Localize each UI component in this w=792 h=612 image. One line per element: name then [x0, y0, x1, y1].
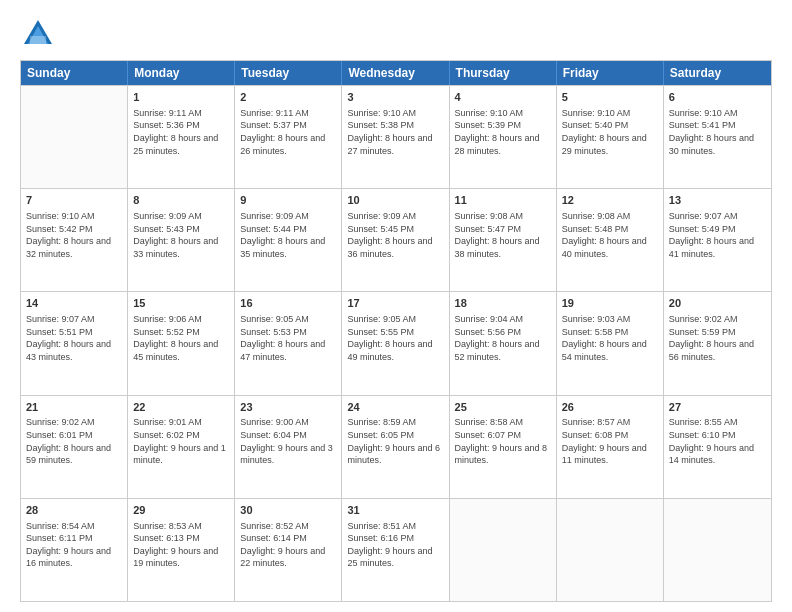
day-info: Sunrise: 9:01 AMSunset: 6:02 PMDaylight:… — [133, 416, 229, 466]
calendar-week-2: 7Sunrise: 9:10 AMSunset: 5:42 PMDaylight… — [21, 188, 771, 291]
day-number: 28 — [26, 503, 122, 518]
day-info: Sunrise: 8:54 AMSunset: 6:11 PMDaylight:… — [26, 520, 122, 570]
day-info: Sunrise: 8:55 AMSunset: 6:10 PMDaylight:… — [669, 416, 766, 466]
calendar-header-wednesday: Wednesday — [342, 61, 449, 85]
day-info: Sunrise: 8:51 AMSunset: 6:16 PMDaylight:… — [347, 520, 443, 570]
logo-icon — [20, 16, 56, 52]
calendar-day-28: 28Sunrise: 8:54 AMSunset: 6:11 PMDayligh… — [21, 499, 128, 601]
day-number: 19 — [562, 296, 658, 311]
day-number: 17 — [347, 296, 443, 311]
day-info: Sunrise: 9:00 AMSunset: 6:04 PMDaylight:… — [240, 416, 336, 466]
calendar-day-14: 14Sunrise: 9:07 AMSunset: 5:51 PMDayligh… — [21, 292, 128, 394]
day-number: 5 — [562, 90, 658, 105]
calendar-day-7: 7Sunrise: 9:10 AMSunset: 5:42 PMDaylight… — [21, 189, 128, 291]
calendar-week-4: 21Sunrise: 9:02 AMSunset: 6:01 PMDayligh… — [21, 395, 771, 498]
day-number: 25 — [455, 400, 551, 415]
day-number: 23 — [240, 400, 336, 415]
day-info: Sunrise: 9:08 AMSunset: 5:48 PMDaylight:… — [562, 210, 658, 260]
calendar-body: 1Sunrise: 9:11 AMSunset: 5:36 PMDaylight… — [21, 85, 771, 601]
day-number: 24 — [347, 400, 443, 415]
day-number: 21 — [26, 400, 122, 415]
calendar-day-20: 20Sunrise: 9:02 AMSunset: 5:59 PMDayligh… — [664, 292, 771, 394]
calendar-day-16: 16Sunrise: 9:05 AMSunset: 5:53 PMDayligh… — [235, 292, 342, 394]
calendar-day-18: 18Sunrise: 9:04 AMSunset: 5:56 PMDayligh… — [450, 292, 557, 394]
calendar-day-empty-4-6 — [664, 499, 771, 601]
svg-rect-2 — [30, 36, 46, 44]
calendar-day-24: 24Sunrise: 8:59 AMSunset: 6:05 PMDayligh… — [342, 396, 449, 498]
day-info: Sunrise: 8:59 AMSunset: 6:05 PMDaylight:… — [347, 416, 443, 466]
calendar-day-31: 31Sunrise: 8:51 AMSunset: 6:16 PMDayligh… — [342, 499, 449, 601]
day-info: Sunrise: 9:02 AMSunset: 6:01 PMDaylight:… — [26, 416, 122, 466]
calendar-week-5: 28Sunrise: 8:54 AMSunset: 6:11 PMDayligh… — [21, 498, 771, 601]
day-info: Sunrise: 9:10 AMSunset: 5:39 PMDaylight:… — [455, 107, 551, 157]
day-number: 16 — [240, 296, 336, 311]
calendar-day-21: 21Sunrise: 9:02 AMSunset: 6:01 PMDayligh… — [21, 396, 128, 498]
day-info: Sunrise: 9:11 AMSunset: 5:37 PMDaylight:… — [240, 107, 336, 157]
day-number: 7 — [26, 193, 122, 208]
calendar-day-15: 15Sunrise: 9:06 AMSunset: 5:52 PMDayligh… — [128, 292, 235, 394]
page: SundayMondayTuesdayWednesdayThursdayFrid… — [0, 0, 792, 612]
calendar-day-27: 27Sunrise: 8:55 AMSunset: 6:10 PMDayligh… — [664, 396, 771, 498]
calendar-day-5: 5Sunrise: 9:10 AMSunset: 5:40 PMDaylight… — [557, 86, 664, 188]
day-info: Sunrise: 9:11 AMSunset: 5:36 PMDaylight:… — [133, 107, 229, 157]
calendar-week-3: 14Sunrise: 9:07 AMSunset: 5:51 PMDayligh… — [21, 291, 771, 394]
calendar-day-empty-4-5 — [557, 499, 664, 601]
day-info: Sunrise: 9:07 AMSunset: 5:51 PMDaylight:… — [26, 313, 122, 363]
day-number: 11 — [455, 193, 551, 208]
day-info: Sunrise: 8:53 AMSunset: 6:13 PMDaylight:… — [133, 520, 229, 570]
day-number: 29 — [133, 503, 229, 518]
day-info: Sunrise: 8:52 AMSunset: 6:14 PMDaylight:… — [240, 520, 336, 570]
day-info: Sunrise: 9:10 AMSunset: 5:40 PMDaylight:… — [562, 107, 658, 157]
calendar-day-11: 11Sunrise: 9:08 AMSunset: 5:47 PMDayligh… — [450, 189, 557, 291]
calendar-day-17: 17Sunrise: 9:05 AMSunset: 5:55 PMDayligh… — [342, 292, 449, 394]
day-number: 12 — [562, 193, 658, 208]
day-info: Sunrise: 9:02 AMSunset: 5:59 PMDaylight:… — [669, 313, 766, 363]
calendar-week-1: 1Sunrise: 9:11 AMSunset: 5:36 PMDaylight… — [21, 85, 771, 188]
header — [20, 16, 772, 52]
day-info: Sunrise: 9:10 AMSunset: 5:41 PMDaylight:… — [669, 107, 766, 157]
day-info: Sunrise: 8:58 AMSunset: 6:07 PMDaylight:… — [455, 416, 551, 466]
calendar-day-4: 4Sunrise: 9:10 AMSunset: 5:39 PMDaylight… — [450, 86, 557, 188]
calendar-day-25: 25Sunrise: 8:58 AMSunset: 6:07 PMDayligh… — [450, 396, 557, 498]
day-number: 8 — [133, 193, 229, 208]
calendar-day-19: 19Sunrise: 9:03 AMSunset: 5:58 PMDayligh… — [557, 292, 664, 394]
calendar-day-6: 6Sunrise: 9:10 AMSunset: 5:41 PMDaylight… — [664, 86, 771, 188]
day-number: 4 — [455, 90, 551, 105]
day-info: Sunrise: 9:05 AMSunset: 5:53 PMDaylight:… — [240, 313, 336, 363]
calendar-day-empty-0-0 — [21, 86, 128, 188]
day-number: 6 — [669, 90, 766, 105]
calendar-header-thursday: Thursday — [450, 61, 557, 85]
day-number: 27 — [669, 400, 766, 415]
calendar-day-1: 1Sunrise: 9:11 AMSunset: 5:36 PMDaylight… — [128, 86, 235, 188]
day-number: 13 — [669, 193, 766, 208]
day-number: 15 — [133, 296, 229, 311]
day-info: Sunrise: 9:05 AMSunset: 5:55 PMDaylight:… — [347, 313, 443, 363]
day-number: 22 — [133, 400, 229, 415]
day-info: Sunrise: 9:10 AMSunset: 5:38 PMDaylight:… — [347, 107, 443, 157]
calendar-day-13: 13Sunrise: 9:07 AMSunset: 5:49 PMDayligh… — [664, 189, 771, 291]
day-info: Sunrise: 8:57 AMSunset: 6:08 PMDaylight:… — [562, 416, 658, 466]
day-number: 26 — [562, 400, 658, 415]
calendar-day-12: 12Sunrise: 9:08 AMSunset: 5:48 PMDayligh… — [557, 189, 664, 291]
calendar-day-30: 30Sunrise: 8:52 AMSunset: 6:14 PMDayligh… — [235, 499, 342, 601]
calendar-day-2: 2Sunrise: 9:11 AMSunset: 5:37 PMDaylight… — [235, 86, 342, 188]
calendar-day-3: 3Sunrise: 9:10 AMSunset: 5:38 PMDaylight… — [342, 86, 449, 188]
calendar-day-22: 22Sunrise: 9:01 AMSunset: 6:02 PMDayligh… — [128, 396, 235, 498]
calendar-day-9: 9Sunrise: 9:09 AMSunset: 5:44 PMDaylight… — [235, 189, 342, 291]
day-info: Sunrise: 9:10 AMSunset: 5:42 PMDaylight:… — [26, 210, 122, 260]
day-info: Sunrise: 9:09 AMSunset: 5:45 PMDaylight:… — [347, 210, 443, 260]
day-number: 31 — [347, 503, 443, 518]
calendar-header: SundayMondayTuesdayWednesdayThursdayFrid… — [21, 61, 771, 85]
calendar-header-monday: Monday — [128, 61, 235, 85]
day-info: Sunrise: 9:09 AMSunset: 5:43 PMDaylight:… — [133, 210, 229, 260]
day-number: 3 — [347, 90, 443, 105]
logo — [20, 16, 60, 52]
day-number: 10 — [347, 193, 443, 208]
day-info: Sunrise: 9:08 AMSunset: 5:47 PMDaylight:… — [455, 210, 551, 260]
calendar-day-29: 29Sunrise: 8:53 AMSunset: 6:13 PMDayligh… — [128, 499, 235, 601]
day-number: 30 — [240, 503, 336, 518]
calendar-header-sunday: Sunday — [21, 61, 128, 85]
calendar-day-10: 10Sunrise: 9:09 AMSunset: 5:45 PMDayligh… — [342, 189, 449, 291]
day-info: Sunrise: 9:03 AMSunset: 5:58 PMDaylight:… — [562, 313, 658, 363]
day-info: Sunrise: 9:07 AMSunset: 5:49 PMDaylight:… — [669, 210, 766, 260]
